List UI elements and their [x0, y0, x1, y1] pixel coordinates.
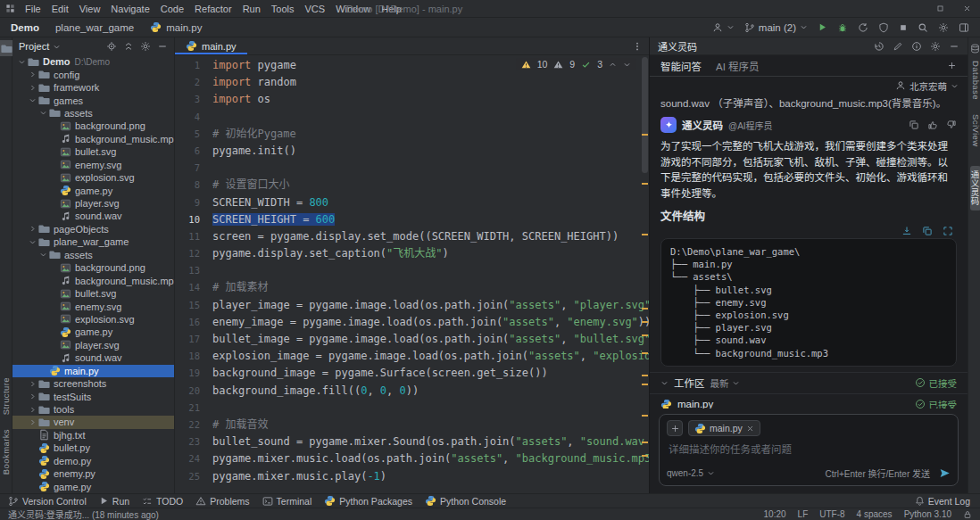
tool-tab-database-icon[interactable]: [968, 40, 980, 56]
line-number[interactable]: 5: [175, 126, 212, 143]
settings-icon[interactable]: [938, 22, 949, 33]
info-icon[interactable]: [911, 41, 922, 52]
search-icon[interactable]: [918, 22, 928, 33]
account-row[interactable]: 北京宏萌: [650, 77, 968, 95]
tree-item-tools[interactable]: tools: [12, 403, 174, 416]
code-line[interactable]: 18explosion_image = pygame.image.load(os…: [175, 348, 649, 365]
menu-refactor[interactable]: Refactor: [189, 0, 237, 17]
workspace-file-row[interactable]: main.py 已接受: [650, 393, 968, 409]
collapse-all-icon[interactable]: [123, 41, 134, 52]
code-line[interactable]: 13: [175, 262, 649, 279]
tree-item-plane-war-game[interactable]: plane_war_game: [12, 235, 174, 248]
tree-item-game-py[interactable]: game.py: [12, 184, 174, 196]
insert-icon[interactable]: [901, 226, 912, 236]
line-number[interactable]: 14: [175, 279, 212, 296]
line-number[interactable]: 7: [175, 160, 212, 177]
tree-item-config[interactable]: config: [12, 68, 174, 80]
line-number[interactable]: 10: [175, 211, 212, 228]
scrollbar-thumb[interactable]: [642, 57, 648, 173]
locate-icon[interactable]: [106, 41, 117, 52]
editor-scrollbar[interactable]: [640, 55, 649, 493]
tree-item-enemy-svg[interactable]: enemy.svg: [12, 300, 174, 312]
lock-icon[interactable]: [963, 510, 972, 519]
tree-item-player-svg[interactable]: player.svg: [12, 339, 174, 351]
tool-tab-sciview[interactable]: SciView: [970, 114, 980, 146]
tab-ai-programmer[interactable]: AI 程序员: [716, 59, 760, 73]
close-icon[interactable]: [746, 425, 754, 433]
check-icon[interactable]: [581, 60, 591, 70]
menu-code[interactable]: Code: [155, 0, 189, 17]
tool-tab-structure[interactable]: Structure: [1, 377, 12, 415]
line-number[interactable]: 12: [175, 245, 212, 262]
layout-icon[interactable]: [959, 22, 969, 33]
tree-item-framework[interactable]: framework: [12, 81, 174, 94]
tree-item-games[interactable]: games: [12, 94, 174, 106]
hide-icon[interactable]: [949, 41, 959, 52]
tree-item-bullet-py[interactable]: bullet.py: [12, 442, 174, 454]
code-line[interactable]: 22# 加载音效: [175, 417, 649, 433]
code-line[interactable]: 23bullet_sound = pygame.mixer.Sound(os.p…: [175, 433, 649, 450]
code-line[interactable]: 16enemy_image = pygame.image.load(os.pat…: [175, 314, 649, 331]
tree-item-game-py[interactable]: game.py: [12, 480, 174, 492]
line-number[interactable]: 15: [175, 297, 212, 314]
tool-tab-database[interactable]: Database: [970, 61, 980, 100]
tool-tab-project[interactable]: [0, 40, 12, 56]
breadcrumb-file[interactable]: main.py: [150, 21, 202, 33]
tool-window-problems[interactable]: Problems: [189, 494, 255, 508]
debug-icon[interactable]: [837, 22, 848, 33]
code-line[interactable]: 17bullet_image = pygame.image.load(os.pa…: [175, 331, 649, 348]
tree-item-background-music-mp3[interactable]: background_music.mp3: [12, 274, 174, 286]
tree-item-background-png[interactable]: background.png: [12, 120, 174, 132]
line-number[interactable]: 19: [175, 365, 212, 382]
user-menu[interactable]: [712, 22, 735, 33]
code-line[interactable]: 12pygame.display.set_caption("飞机大战"): [175, 245, 649, 262]
history-icon[interactable]: [874, 41, 884, 52]
file-structure-code-block[interactable]: D:\Demo\plane_war_game\ ├── main.py └── …: [660, 238, 957, 367]
tree-item-screenshots[interactable]: screenshots: [12, 377, 174, 390]
line-ending-selector[interactable]: LF: [798, 509, 809, 519]
menu-run[interactable]: Run: [237, 0, 266, 17]
line-number[interactable]: 18: [175, 348, 212, 365]
tree-item-demo[interactable]: DemoD:\Demo: [12, 55, 174, 68]
settings-icon[interactable]: [140, 41, 151, 52]
code-line[interactable]: 7: [175, 160, 649, 177]
tree-item-background-png[interactable]: background.png: [12, 261, 174, 274]
tab-smart-qa[interactable]: 智能问答: [660, 59, 702, 73]
indent-selector[interactable]: 4 spaces: [857, 509, 893, 519]
line-number[interactable]: 4: [175, 109, 212, 126]
tree-item-game-py[interactable]: game.py: [12, 326, 174, 338]
stop-icon[interactable]: [899, 23, 908, 32]
tree-item-bullet-svg[interactable]: bullet.svg: [12, 145, 174, 158]
code-line[interactable]: 11screen = pygame.display.set_mode((SCRE…: [175, 228, 649, 245]
breadcrumb-folder[interactable]: plane_war_game: [55, 22, 134, 33]
menu-file[interactable]: File: [20, 0, 46, 17]
new-chat-icon[interactable]: [893, 41, 903, 52]
line-number[interactable]: 23: [175, 433, 212, 450]
menu-navigate[interactable]: Navigate: [105, 0, 154, 17]
code-line[interactable]: 14# 加载素材: [175, 279, 649, 296]
line-number[interactable]: 13: [175, 262, 212, 279]
menu-tools[interactable]: Tools: [266, 0, 300, 17]
chevron-down-icon[interactable]: [707, 469, 715, 477]
code-line[interactable]: 15player_image = pygame.image.load(os.pa…: [175, 297, 649, 314]
menu-edit[interactable]: Edit: [46, 0, 74, 17]
code-line[interactable]: 5# 初始化Pygame: [175, 126, 649, 143]
tree-item-explosion-svg[interactable]: explosion.svg: [12, 313, 174, 326]
warning-icon[interactable]: [553, 60, 563, 70]
code-line[interactable]: 2import random: [175, 74, 649, 91]
code-line[interactable]: 21: [175, 400, 649, 417]
workspace-filter[interactable]: 最新: [710, 376, 740, 390]
toolbar-project-widget[interactable]: Demo: [11, 22, 39, 33]
warning-icon[interactable]: [521, 60, 531, 70]
project-panel-title[interactable]: Project: [19, 41, 49, 52]
line-number[interactable]: 11: [175, 228, 212, 245]
thumbs-down-icon[interactable]: [946, 120, 957, 130]
tree-item-explosion-svg[interactable]: explosion.svg: [12, 171, 174, 184]
code-line[interactable]: 20background_image.fill((0, 0, 0)): [175, 383, 649, 400]
status-message[interactable]: 通义灵码:登录成功... (18 minutes ago): [8, 508, 159, 520]
tool-tab-item[interactable]: 通义灵码: [970, 166, 980, 210]
tree-item-pageobjects[interactable]: pageObjects: [12, 223, 174, 235]
tree-item-assets[interactable]: assets: [12, 107, 174, 120]
tree-item-sound-wav[interactable]: sound.wav: [12, 210, 174, 222]
play-icon[interactable]: [818, 22, 827, 32]
